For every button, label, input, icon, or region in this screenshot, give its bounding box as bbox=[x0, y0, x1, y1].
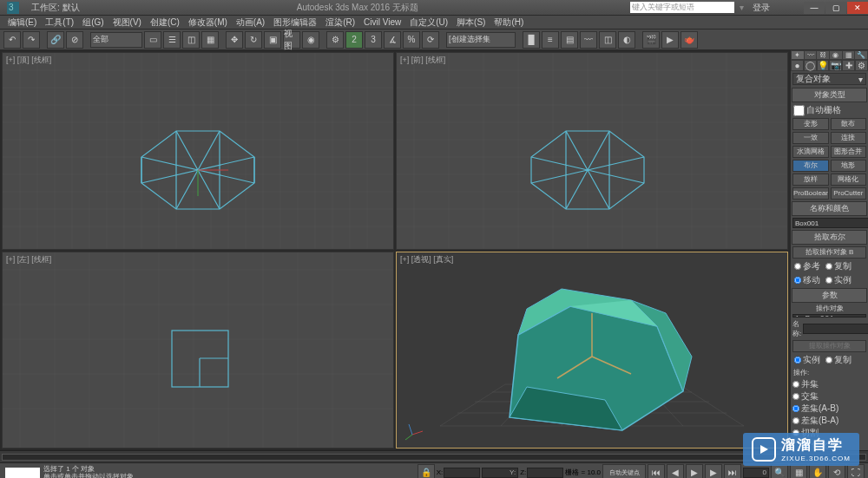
prev-frame-icon[interactable]: ◀ bbox=[667, 464, 684, 479]
helpers-icon[interactable]: ✚ bbox=[843, 61, 854, 70]
lights-icon[interactable]: 💡 bbox=[818, 61, 829, 70]
modify-tab-icon[interactable]: 〰 bbox=[805, 51, 817, 59]
percent-snap-icon[interactable]: % bbox=[403, 31, 420, 49]
morph-button[interactable]: 变形 bbox=[792, 118, 829, 130]
login-button[interactable]: 登录 bbox=[747, 2, 803, 14]
scale-icon[interactable]: ▣ bbox=[264, 31, 281, 49]
minimize-icon[interactable]: — bbox=[804, 2, 825, 14]
utilities-tab-icon[interactable]: 🔧 bbox=[855, 51, 867, 59]
copy-radio[interactable] bbox=[825, 263, 832, 270]
cameras-icon[interactable]: 📷 bbox=[830, 61, 841, 70]
menu-script[interactable]: 脚本(S) bbox=[452, 16, 490, 29]
ext-instance-radio[interactable] bbox=[794, 357, 801, 363]
geometry-icon[interactable]: ● bbox=[792, 61, 803, 70]
align-icon[interactable]: ≡ bbox=[542, 31, 559, 49]
autokey-button[interactable]: 自动关键点 bbox=[602, 464, 646, 479]
material-icon[interactable]: ◐ bbox=[618, 31, 635, 49]
blobmesh-button[interactable]: 水滴网格 bbox=[792, 146, 829, 158]
time-slider[interactable] bbox=[2, 454, 866, 461]
close-icon[interactable]: ✕ bbox=[847, 2, 868, 14]
frame-spinner[interactable]: 0 bbox=[743, 468, 769, 478]
menu-grapheditor[interactable]: 图形编辑器 bbox=[269, 16, 321, 29]
maximize-icon[interactable]: ▢ bbox=[825, 2, 846, 14]
select-region-icon[interactable]: ◫ bbox=[182, 31, 200, 49]
subb-radio[interactable] bbox=[792, 417, 799, 424]
menu-animation[interactable]: 动画(A) bbox=[232, 16, 269, 29]
move-icon[interactable]: ✥ bbox=[226, 31, 243, 49]
section-pick-boolean[interactable]: 拾取布尔 bbox=[792, 230, 867, 245]
section-object-type[interactable]: 对象类型 bbox=[792, 88, 867, 102]
select-icon[interactable]: ▭ bbox=[144, 31, 161, 49]
category-dropdown[interactable]: 复合对象▾ bbox=[792, 73, 866, 85]
menu-help[interactable]: 帮助(H) bbox=[490, 16, 528, 29]
ref-radio[interactable] bbox=[794, 263, 801, 270]
selection-set-dropdown[interactable]: [创建选择集 bbox=[446, 32, 516, 48]
y-spinner[interactable]: Y: -91.715 bbox=[482, 468, 518, 478]
render-frame-icon[interactable]: ▶ bbox=[661, 31, 679, 49]
ext-copy-radio[interactable] bbox=[825, 357, 832, 363]
instance-radio[interactable] bbox=[825, 277, 832, 284]
menu-customize[interactable]: 自定义(U) bbox=[405, 16, 452, 29]
goto-start-icon[interactable]: ⏮ bbox=[648, 464, 665, 479]
schematic-icon[interactable]: ◫ bbox=[599, 31, 616, 49]
create-tab-icon[interactable]: ✦ bbox=[792, 51, 804, 59]
menu-view[interactable]: 视图(V) bbox=[108, 16, 146, 29]
extract-button[interactable]: 提取操作对象 bbox=[792, 340, 866, 352]
shapes-icon[interactable]: ◯ bbox=[805, 61, 816, 70]
operand-name-input[interactable] bbox=[803, 324, 868, 334]
play-icon[interactable]: ▶ bbox=[686, 464, 703, 479]
viewport-front[interactable]: [+] [前] [线框] bbox=[396, 52, 788, 250]
link-icon[interactable]: 🔗 bbox=[47, 31, 64, 49]
render-setup-icon[interactable]: 🎬 bbox=[642, 31, 660, 49]
pick-operand-button[interactable]: 拾取操作对象 B bbox=[792, 246, 866, 259]
connect-button[interactable]: 连接 bbox=[831, 132, 867, 144]
shapemerge-button[interactable]: 图形合并 bbox=[831, 146, 867, 158]
proboolean-button[interactable]: ProBoolean bbox=[792, 187, 829, 200]
unlink-icon[interactable]: ⊘ bbox=[66, 31, 83, 49]
mesher-button[interactable]: 网格化 bbox=[831, 174, 867, 186]
undo-icon[interactable]: ↶ bbox=[3, 31, 21, 49]
viewport-label[interactable]: [+] [前] [线框] bbox=[400, 55, 445, 66]
x-spinner[interactable] bbox=[444, 468, 480, 478]
redo-icon[interactable]: ↷ bbox=[23, 31, 40, 49]
goto-end-icon[interactable]: ⏭ bbox=[724, 464, 741, 479]
autogrid-checkbox[interactable] bbox=[793, 105, 805, 116]
refcoord-icon[interactable]: 视图 bbox=[283, 31, 300, 49]
menu-create[interactable]: 创建(C) bbox=[146, 16, 184, 29]
z-spinner[interactable] bbox=[527, 468, 563, 478]
spinner-snap-icon[interactable]: ⟳ bbox=[422, 31, 439, 49]
manipulator-icon[interactable]: ⚙ bbox=[326, 31, 344, 49]
rotate-icon[interactable]: ↻ bbox=[245, 31, 262, 49]
viewport-label[interactable]: [+] [左] [线框] bbox=[6, 254, 51, 265]
motion-tab-icon[interactable]: ◉ bbox=[830, 51, 842, 59]
menu-edit[interactable]: 编辑(E) bbox=[3, 16, 41, 29]
loft-button[interactable]: 放样 bbox=[792, 174, 829, 186]
conform-button[interactable]: 一致 bbox=[792, 132, 829, 144]
script-listener[interactable] bbox=[5, 468, 40, 478]
search-dropdown-icon[interactable]: ▾ bbox=[740, 3, 744, 12]
select-name-icon[interactable]: ☰ bbox=[163, 31, 181, 49]
render-icon[interactable]: 🫖 bbox=[681, 31, 698, 49]
object-name-input[interactable] bbox=[792, 218, 868, 228]
timeline[interactable]: 0 / 100 bbox=[0, 450, 868, 462]
viewport-top[interactable]: [+] [顶] [线框] bbox=[2, 52, 394, 250]
pivot-icon[interactable]: ◉ bbox=[302, 31, 319, 49]
suba-radio[interactable] bbox=[792, 405, 799, 412]
curve-editor-icon[interactable]: 〰 bbox=[580, 31, 597, 49]
search-input[interactable]: 键入关键字或短语 bbox=[630, 2, 734, 13]
mirror-icon[interactable]: ▐▌ bbox=[523, 31, 540, 49]
viewport-perspective[interactable]: [+] [透视] [真实] bbox=[396, 252, 788, 449]
section-name-color[interactable]: 名称和颜色 bbox=[792, 201, 867, 216]
menu-modifiers[interactable]: 修改器(M) bbox=[184, 16, 232, 29]
snap3d-icon[interactable]: 3 bbox=[365, 31, 382, 49]
operand-list[interactable]: A: Box001 B: Hedra001 bbox=[792, 314, 866, 318]
selection-filter-dropdown[interactable]: 全部 bbox=[90, 32, 142, 48]
scatter-button[interactable]: 散布 bbox=[831, 118, 867, 130]
boolean-button[interactable]: 布尔 bbox=[792, 160, 829, 172]
viewport-label[interactable]: [+] [透视] [真实] bbox=[400, 254, 453, 265]
move-radio[interactable] bbox=[794, 277, 801, 284]
layer-icon[interactable]: ▤ bbox=[561, 31, 578, 49]
union-radio[interactable] bbox=[792, 381, 799, 388]
menu-civilview[interactable]: Civil View bbox=[359, 17, 405, 27]
menu-tools[interactable]: 工具(T) bbox=[41, 16, 78, 29]
